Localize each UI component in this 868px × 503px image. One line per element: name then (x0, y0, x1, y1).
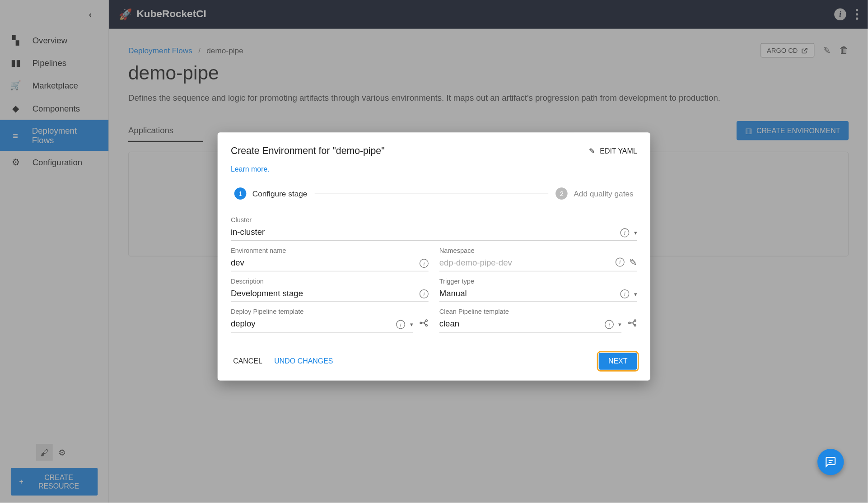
info-icon[interactable]: i (620, 289, 629, 298)
learn-more-link[interactable]: Learn more. (231, 165, 637, 173)
edit-yaml-button[interactable]: ✎ EDIT YAML (589, 147, 637, 155)
info-icon[interactable]: i (420, 289, 429, 298)
pencil-icon: ✎ (589, 147, 595, 155)
flow-graph-icon[interactable] (627, 318, 637, 328)
info-icon[interactable]: i (420, 259, 429, 268)
chevron-down-icon[interactable]: ▾ (618, 321, 621, 328)
clean-pipeline-input[interactable] (439, 317, 621, 333)
deploy-pipeline-field[interactable]: Deploy Pipeline template i ▾ (231, 308, 413, 332)
cluster-field[interactable]: Cluster i ▾ (231, 216, 637, 241)
svg-point-3 (629, 322, 630, 324)
info-icon[interactable]: i (616, 258, 625, 267)
environment-name-field[interactable]: Environment name i (231, 247, 429, 271)
step-configure-stage[interactable]: 1 Configure stage (234, 187, 308, 200)
svg-point-2 (426, 325, 428, 326)
chat-icon (825, 456, 837, 468)
trigger-type-input[interactable] (439, 286, 637, 302)
environment-name-input[interactable] (231, 255, 429, 271)
info-icon[interactable]: i (620, 228, 629, 238)
info-icon[interactable]: i (396, 320, 405, 329)
namespace-input[interactable] (439, 255, 637, 271)
deploy-pipeline-input[interactable] (231, 317, 413, 333)
svg-point-1 (426, 320, 428, 321)
info-icon[interactable]: i (605, 320, 614, 329)
chevron-down-icon[interactable]: ▾ (634, 229, 637, 236)
chevron-down-icon[interactable]: ▾ (634, 291, 637, 298)
step-1-circle: 1 (234, 187, 247, 200)
trigger-type-field[interactable]: Trigger type i ▾ (439, 277, 637, 302)
namespace-field[interactable]: Namespace i ✎ (439, 247, 637, 271)
cancel-button[interactable]: CANCEL (231, 354, 265, 369)
description-input[interactable] (231, 286, 429, 302)
svg-point-0 (420, 322, 422, 324)
pencil-icon[interactable]: ✎ (629, 256, 637, 268)
chat-fab[interactable] (817, 449, 844, 475)
description-field[interactable]: Description i (231, 277, 429, 302)
stepper: 1 Configure stage 2 Add quality gates (231, 187, 637, 200)
flow-graph-icon[interactable] (419, 318, 429, 328)
svg-point-4 (634, 320, 636, 321)
step-add-quality-gates[interactable]: 2 Add quality gates (555, 187, 633, 200)
modal-title: Create Environment for "demo-pipe" (231, 145, 385, 156)
undo-changes-button[interactable]: UNDO CHANGES (272, 354, 336, 369)
svg-point-5 (634, 325, 636, 326)
next-button[interactable]: NEXT (599, 353, 637, 370)
create-environment-modal: Create Environment for "demo-pipe" ✎ EDI… (218, 132, 650, 380)
chevron-down-icon[interactable]: ▾ (410, 321, 413, 328)
step-2-circle: 2 (555, 187, 568, 200)
cluster-input[interactable] (231, 225, 637, 241)
clean-pipeline-field[interactable]: Clean Pipeline template i ▾ (439, 308, 621, 332)
